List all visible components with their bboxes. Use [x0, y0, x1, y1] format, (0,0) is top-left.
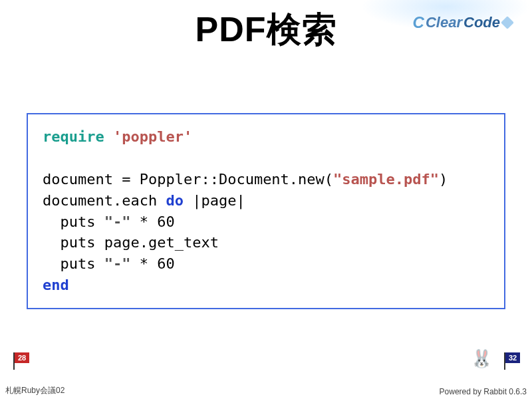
string-sample-pdf: "sample.pdf" — [333, 171, 439, 188]
code-text: * 60 — [130, 213, 174, 230]
string-dash: "-" — [104, 255, 131, 272]
logo-c-icon: C — [413, 13, 424, 32]
keyword-require: require — [43, 128, 104, 145]
string-poppler: 'poppler' — [113, 128, 192, 145]
code-text: * 60 — [130, 255, 174, 272]
string-dash: "-" — [104, 213, 131, 230]
code-text: puts — [43, 213, 104, 230]
keyword-end: end — [43, 277, 69, 293]
code-text: ) — [439, 171, 448, 188]
clearcode-logo: C Clear Code — [413, 13, 512, 32]
logo-clear-text: Clear — [426, 14, 462, 31]
code-text: puts page.get_text — [43, 234, 219, 251]
keyword-do: do — [166, 192, 184, 209]
code-text: puts — [43, 255, 104, 272]
rabbit-icon: 🐰 — [471, 348, 492, 369]
page-flag-current: 28 — [12, 352, 29, 370]
event-name: 札幌Ruby会議02 — [5, 385, 65, 396]
code-text: document.each — [43, 192, 166, 209]
logo-accent-icon — [501, 16, 514, 29]
flag-current-number: 28 — [15, 352, 29, 363]
powered-by: Powered by Rabbit 0.6.3 — [440, 387, 527, 396]
code-block: require 'poppler' document = Poppler::Do… — [27, 113, 505, 309]
logo-code-text: Code — [464, 14, 500, 31]
code-text: |page| — [184, 192, 245, 209]
code-text: document = Poppler::Document.new( — [43, 171, 333, 188]
flag-total-number: 32 — [505, 352, 520, 363]
page-flag-total: 32 — [503, 352, 520, 370]
slide-footer: 28 🐰 32 札幌Ruby会議02 Powered by Rabbit 0.6… — [0, 352, 532, 399]
